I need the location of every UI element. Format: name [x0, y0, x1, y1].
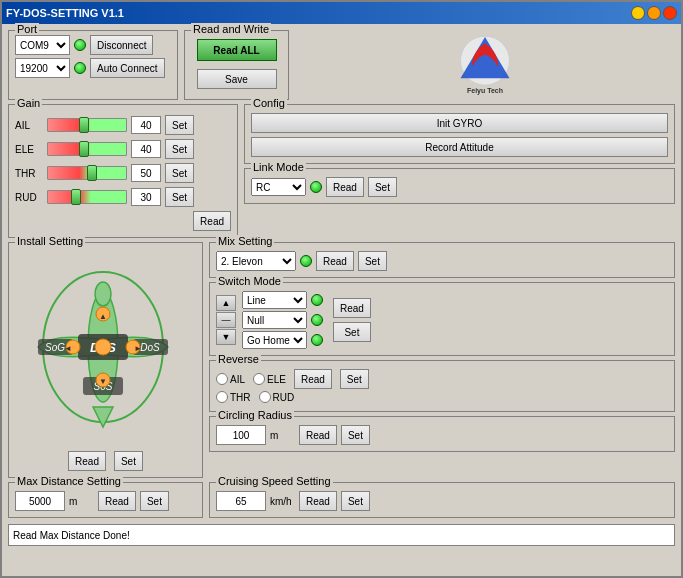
maximize-button[interactable] — [647, 6, 661, 20]
max-distance-set-button[interactable]: Set — [140, 491, 169, 511]
record-attitude-button[interactable]: Record Attitude — [251, 137, 668, 157]
switch-options: Line Null — [242, 291, 323, 349]
mix-setting-group: Mix Setting 2. Elevon Read Set — [209, 242, 675, 278]
link-mode-set-button[interactable]: Set — [368, 177, 397, 197]
middle-row: Gain AIL Set ELE — [8, 104, 675, 238]
circling-radius-group: Circling Radius m Read Set — [209, 416, 675, 452]
ail-label: AIL — [15, 120, 43, 131]
mix-read-button[interactable]: Read — [316, 251, 354, 271]
cruising-read-button[interactable]: Read — [299, 491, 337, 511]
install-read-button[interactable]: Read — [68, 451, 106, 471]
ele-value[interactable] — [131, 140, 161, 158]
thr-value[interactable] — [131, 164, 161, 182]
switch-null-select[interactable]: Null — [242, 311, 307, 329]
switch-read-button[interactable]: Read — [333, 298, 371, 318]
link-mode-select[interactable]: RC — [251, 178, 306, 196]
switch-mid-arrow[interactable]: — — [216, 312, 236, 328]
rud-radio-item: RUD — [259, 391, 295, 403]
rud-value[interactable] — [131, 188, 161, 206]
thr-radio-label: THR — [230, 392, 251, 403]
max-distance-unit: m — [69, 496, 94, 507]
config-group-title: Config — [251, 97, 287, 109]
thr-slider[interactable] — [47, 166, 127, 180]
plane-svg: DoS SoG DoS SoS ▲ — [18, 252, 188, 442]
cruising-speed-unit: km/h — [270, 496, 295, 507]
status-bar: Read Max Distance Done! — [8, 524, 675, 546]
baud-select[interactable]: 19200 — [15, 58, 70, 78]
logo-section: Feiyu Tech — [295, 30, 675, 100]
ele-radio[interactable] — [253, 373, 265, 385]
reverse-read-button[interactable]: Read — [294, 369, 332, 389]
switch-arrows: ▲ — ▼ — [216, 295, 236, 345]
reverse-row2: THR RUD — [216, 391, 668, 403]
ail-set-button[interactable]: Set — [165, 115, 194, 135]
rud-slider[interactable] — [47, 190, 127, 204]
baud-row: 19200 Auto Connect — [15, 58, 171, 78]
port-group-title: Port — [15, 23, 39, 35]
ail-radio[interactable] — [216, 373, 228, 385]
minimize-button[interactable] — [631, 6, 645, 20]
switch-line-select[interactable]: Line — [242, 291, 307, 309]
switch-gohome-row: Go Home — [242, 331, 323, 349]
link-mode-led — [310, 181, 322, 193]
circling-set-button[interactable]: Set — [341, 425, 370, 445]
switch-set-button[interactable]: Set — [333, 322, 371, 342]
svg-text:►: ► — [134, 344, 142, 353]
switch-gohome-led — [311, 334, 323, 346]
right-settings: Mix Setting 2. Elevon Read Set Switch Mo… — [209, 242, 675, 478]
ele-radio-item: ELE — [253, 373, 286, 385]
reverse-set-button[interactable]: Set — [340, 369, 369, 389]
thr-set-button[interactable]: Set — [165, 163, 194, 183]
ail-value[interactable] — [131, 116, 161, 134]
max-distance-read-button[interactable]: Read — [98, 491, 136, 511]
switch-mode-inner: ▲ — ▼ Line — [216, 291, 668, 349]
content-area: Port COM9 Disconnect 19200 Auto Connect — [2, 24, 681, 552]
switch-down-arrow[interactable]: ▼ — [216, 329, 236, 345]
gain-read-button[interactable]: Read — [193, 211, 231, 231]
cruising-speed-input[interactable] — [216, 491, 266, 511]
ele-set-button[interactable]: Set — [165, 139, 194, 159]
close-button[interactable] — [663, 6, 677, 20]
svg-text:▼: ▼ — [99, 377, 107, 386]
switch-null-row: Null — [242, 311, 323, 329]
disconnect-button[interactable]: Disconnect — [90, 35, 153, 55]
link-mode-read-button[interactable]: Read — [326, 177, 364, 197]
read-all-button[interactable]: Read ALL — [197, 39, 277, 61]
mix-row: 2. Elevon Read Set — [216, 251, 668, 271]
rud-set-button[interactable]: Set — [165, 187, 194, 207]
ele-thumb[interactable] — [79, 141, 89, 157]
port-group: Port COM9 Disconnect 19200 Auto Connect — [8, 30, 178, 100]
max-distance-group: Max Distance Setting m Read Set — [8, 482, 203, 518]
install-set-button[interactable]: Set — [114, 451, 143, 471]
logo-image: Feiyu Tech — [450, 30, 520, 100]
install-setting-group: Install Setting — [8, 242, 203, 478]
ele-radio-label: ELE — [267, 374, 286, 385]
circling-read-button[interactable]: Read — [299, 425, 337, 445]
circling-radius-row: m Read Set — [216, 425, 668, 445]
cruising-speed-title: Cruising Speed Setting — [216, 475, 333, 487]
cruising-set-button[interactable]: Set — [341, 491, 370, 511]
ele-label: ELE — [15, 144, 43, 155]
max-distance-input[interactable] — [15, 491, 65, 511]
switch-up-arrow[interactable]: ▲ — [216, 295, 236, 311]
gain-group: Gain AIL Set ELE — [8, 104, 238, 238]
circling-radius-input[interactable] — [216, 425, 266, 445]
rud-thumb[interactable] — [71, 189, 81, 205]
window-title: FY-DOS-SETTING V1.1 — [6, 7, 124, 19]
ail-thumb[interactable] — [79, 117, 89, 133]
thr-radio[interactable] — [216, 391, 228, 403]
init-gyro-button[interactable]: Init GYRO — [251, 113, 668, 133]
rud-radio[interactable] — [259, 391, 271, 403]
com-select[interactable]: COM9 — [15, 35, 70, 55]
switch-gohome-select[interactable]: Go Home — [242, 331, 307, 349]
mix-set-button[interactable]: Set — [358, 251, 387, 271]
mix-select[interactable]: 2. Elevon — [216, 251, 296, 271]
svg-point-5 — [95, 282, 111, 306]
save-button[interactable]: Save — [197, 69, 277, 89]
install-setting-title: Install Setting — [15, 235, 85, 247]
ail-slider[interactable] — [47, 118, 127, 132]
ele-slider[interactable] — [47, 142, 127, 156]
auto-connect-button[interactable]: Auto Connect — [90, 58, 165, 78]
thr-thumb[interactable] — [87, 165, 97, 181]
mix-led — [300, 255, 312, 267]
